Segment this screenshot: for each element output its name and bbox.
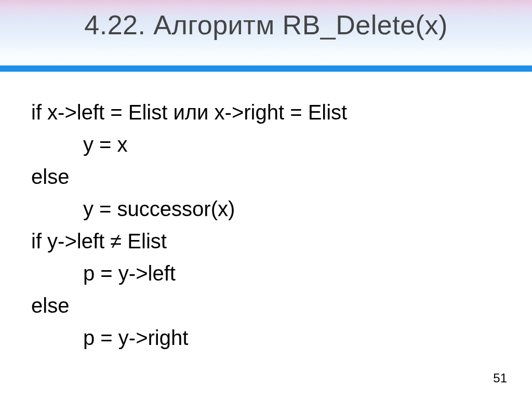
code-line-1: if x->left = Elist или x->right = Elist [31, 96, 501, 128]
code-line-6: p = y->left [31, 257, 501, 289]
code-line-8: p = y->right [31, 322, 501, 354]
title-underline [0, 65, 532, 72]
code-line-2: y = x [31, 128, 501, 161]
page-number: 51 [493, 371, 507, 385]
code-line-7: else [31, 289, 501, 322]
slide-body: if x->left = Elist или x->right = Elist … [31, 96, 501, 354]
slide-title: 4.22. Алгоритм RB_Delete(x) [0, 9, 532, 41]
code-line-4: y = successor(x) [31, 193, 501, 225]
code-line-3: else [31, 161, 501, 193]
code-line-5: if y->left ≠ Elist [31, 225, 501, 257]
slide: 4.22. Алгоритм RB_Delete(x) if x->left =… [0, 0, 532, 399]
